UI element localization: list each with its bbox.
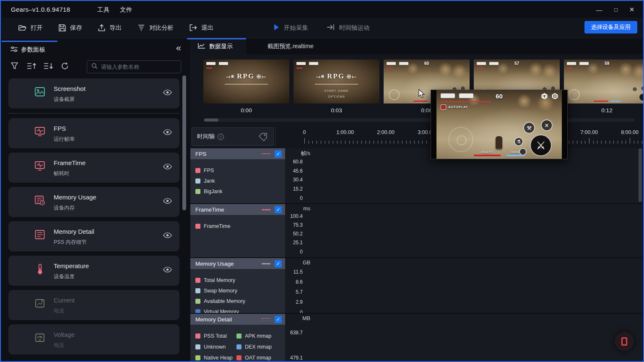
chart-panel-fps: FPS ✓ FPSJankBigJank 帧/s 60.845.630.415.… [190,148,642,203]
chart-panel-frametime: FrameTime ✓ FrameTime ms 100.475.350.225… [190,204,642,257]
sort-desc-icon[interactable] [44,62,54,71]
thumbnail-scrollbar[interactable] [203,118,635,122]
panel-checkbox[interactable]: ✓ [275,316,282,323]
sidebar-scrollbar[interactable] [182,75,186,210]
parameter-card[interactable]: Memory Usage 设备内存 [8,187,179,217]
player-character [496,136,502,149]
eye-icon[interactable] [163,163,172,171]
fps-counter: 59 [564,61,644,66]
y-axis-tick: 5.7 [285,289,303,295]
screenshot-thumbnail[interactable]: RPGSTART GAMEOPTIONS 0:03 [293,59,379,114]
gift-icon[interactable] [541,93,548,101]
close-button[interactable]: ✕ [626,4,638,15]
保存-button[interactable]: 保存 [59,24,82,32]
screenshot-thumbnail[interactable]: RPG 0:00 [203,59,289,114]
退出-button[interactable]: 退出 [190,24,213,32]
panel-header[interactable]: Memory Detail ✓ [190,314,285,325]
panel-checkbox[interactable]: ✓ [275,150,282,158]
search-input[interactable] [101,64,168,70]
refresh-icon[interactable] [61,62,69,71]
panel-checkbox[interactable]: ✓ [275,206,282,213]
eye-icon[interactable] [262,261,270,267]
eye-icon[interactable] [163,129,172,137]
eye-icon[interactable] [262,151,270,157]
eye-icon[interactable] [163,232,172,240]
legend-item: Jank [195,176,283,186]
eye-icon[interactable] [163,198,172,206]
legend-item: Total Memory [195,275,283,285]
sidebar-title: 参数面板 [21,46,45,54]
eye-icon[interactable] [262,207,270,213]
panel-header[interactable]: Memory Usage ✓ [190,258,285,269]
chart-area: MB 638.7479.1 [285,314,642,362]
legend-item: Avaliable Memory [195,296,283,306]
panel-title: FrameTime [195,207,262,213]
y-axis-tick: 60.8 [285,159,303,165]
parameter-card[interactable]: V Voltage 电压 [8,324,179,354]
save-icon [59,24,66,31]
parameter-desc: 设备截屏 [54,96,75,103]
chart-area: GB 11.58.65.72.90 [285,258,642,313]
parameter-card[interactable]: Memory Detail PSS 内存细节 [8,221,179,251]
panel-header[interactable]: FPS ✓ [190,148,285,159]
arrow-to-bar-icon [327,24,335,32]
filter-icon[interactable] [11,62,18,71]
panel-header[interactable]: FrameTime ✓ [190,204,285,215]
phone-icon [621,337,627,346]
menu-file[interactable]: 文件 [120,6,132,14]
screenshot-preview-popup[interactable]: AUTOPLAY 60 ⚒ ✕ ⚗ ⚔ HEALTH MANA [431,90,568,159]
legend-item: DEX mmap [236,341,283,352]
parameter-name: Screenshot [54,85,86,92]
panel-checkbox[interactable]: ✓ [275,260,282,267]
thermometer-icon [34,264,45,277]
exit-icon [190,24,197,31]
tag-icon[interactable] [258,132,267,143]
parameter-card[interactable]: Temperature 设备温度 [8,256,179,286]
sort-asc-icon[interactable] [27,62,37,71]
parameter-card[interactable]: FrameTime 帧耗时 [8,153,179,183]
parameter-desc: 设备内存 [54,204,75,212]
app-window: Gears–v1.0.6.94718 工具 文件 — □ ✕ 打开保存导出对比分… [0,0,644,362]
minimize-button[interactable]: — [593,4,605,15]
y-axis-tick: 15.2 [285,186,303,192]
maximize-button[interactable]: □ [610,4,622,15]
parameter-name: Current [54,297,75,304]
menu-tools[interactable]: 工具 [97,6,109,14]
eye-icon[interactable] [262,316,270,323]
parameter-card[interactable]: Current 电流 [8,290,179,320]
folder-open-icon [18,24,26,31]
eye-icon[interactable] [163,266,172,274]
screenshot-thumbnail[interactable]: 59 0:12 [564,59,644,114]
device-float-button[interactable] [615,332,634,351]
start-capture-button[interactable]: 开始采集 [273,24,308,32]
对比分析-button[interactable]: 对比分析 [138,24,174,32]
toolbar: 打开保存导出对比分析退出 开始采集 时间轴运动 选择设备及应用 [2,18,642,38]
timeline-motion-button[interactable]: 时间轴运动 [327,24,370,32]
select-device-button[interactable]: 选择设备及应用 [584,21,638,34]
parameter-name: FPS [54,125,66,132]
charts-scrollbar[interactable] [639,148,642,202]
parameter-card[interactable]: FPS 运行帧率 [8,118,179,148]
chart-unit-label: 帧/s [285,150,310,157]
info-icon[interactable]: i [218,134,224,140]
scrollbar-thumb[interactable] [204,119,218,122]
parameter-name: Memory Usage [54,194,96,201]
y-axis-tick: 100.4 [285,213,303,219]
y-axis-tick: 30.4 [285,177,303,183]
tab-screenshot-preview[interactable]: 截图预览.realtime [257,38,324,54]
导出-button[interactable]: 导出 [98,24,122,32]
打开-button[interactable]: 打开 [18,24,43,32]
y-axis-tick: 25.1 [285,240,303,246]
app-title: Gears–v1.0.6.94718 [11,6,70,13]
parameter-search-box[interactable] [87,60,181,73]
legend-item: Unknown [195,341,236,352]
collapse-sidebar-button[interactable]: « [176,43,181,54]
tab-data-display[interactable]: 数据显示 [190,38,246,54]
eye-icon[interactable] [163,89,172,97]
legend-item: APK mmap [236,331,283,341]
monitor-pulse-icon [34,161,45,173]
legend-item: Native Heap [195,352,236,362]
parameter-name: Temperature [54,262,89,269]
gear-icon[interactable] [551,93,558,101]
parameter-card[interactable]: Screenshot 设备截屏 [8,78,179,109]
